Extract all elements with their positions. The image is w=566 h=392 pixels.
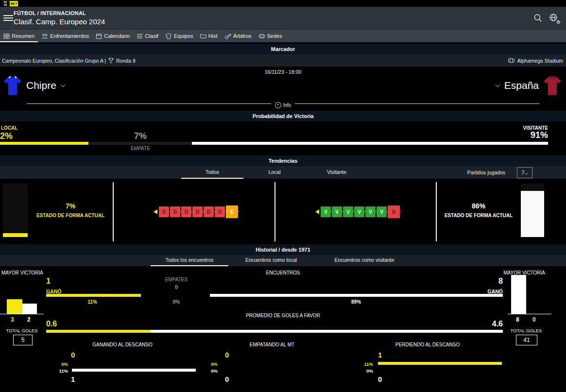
away-team-name: España <box>504 80 539 91</box>
whistle-icon <box>224 33 231 39</box>
info-expander[interactable]: + Info <box>271 102 295 108</box>
stadium-icon <box>508 57 515 64</box>
result-box: D <box>159 206 169 217</box>
home-won-bar <box>46 294 141 297</box>
tab-arbitros[interactable]: Árbitros <box>221 30 255 42</box>
people-icon <box>41 33 48 39</box>
away-team-selector[interactable]: España <box>496 74 561 97</box>
divider <box>274 182 275 241</box>
away-jersey-icon <box>544 74 561 97</box>
match-area: 16/11/23 - 18:00 Chipre España + Info <box>0 67 566 111</box>
calendar-icon <box>96 33 102 39</box>
home-total-goals-label: TOTAL GOLES <box>0 328 44 333</box>
visitor-percent: 91% <box>531 130 548 140</box>
away-won-percent: 89% <box>322 299 390 305</box>
avg-away-bar <box>151 330 503 333</box>
result-box: V <box>321 206 331 217</box>
avg-home-bar <box>46 330 151 333</box>
grid-icon <box>3 33 10 39</box>
search-icon[interactable] <box>533 13 543 23</box>
local-percent: 2% <box>0 131 13 141</box>
home-results-strip: D D D D D D E <box>154 205 239 218</box>
tab-todos-encuentros[interactable]: Todos los encuentros <box>151 255 228 266</box>
result-box: D <box>215 206 225 217</box>
home-best-goals-for-bar <box>7 299 22 314</box>
divider <box>113 182 114 241</box>
tab-local[interactable]: Local <box>243 166 306 179</box>
tab-hist[interactable]: Hist <box>197 30 221 42</box>
historial-stats: MAYOR VICTORIA MAYOR VICTORIA ENCUENTROS… <box>0 266 566 392</box>
away-best-goals-for-bar <box>511 275 526 314</box>
competition-label: Campeonato Europeo, Clasificación Grupo … <box>2 58 106 64</box>
home-total-goals-value: 5 <box>13 335 33 345</box>
away-results-strip: V V V V V V D <box>315 205 401 218</box>
tab-todos[interactable]: Todos <box>181 166 243 179</box>
away-won-value: 8 <box>454 277 503 286</box>
chevron-down-icon <box>60 83 65 87</box>
tab-encuentros-local[interactable]: Encuentros como local <box>232 255 310 266</box>
plus-icon: + <box>275 102 281 108</box>
breadcrumb: FÚTBOL / INTERNACIONAL <box>14 10 86 16</box>
arrow-left-icon <box>315 209 319 214</box>
tab-clasif[interactable]: Clasif <box>133 30 162 42</box>
home-best-goals-against-bar <box>22 304 37 314</box>
halftime-col-losing: PERDIENDO AL DESCANSO 1 11% 0% 0 <box>350 340 505 392</box>
language-settings-icon[interactable]: ⚙ <box>549 13 559 23</box>
tab-visitante[interactable]: Visitante <box>306 166 368 179</box>
home-jersey-icon <box>4 74 21 97</box>
draws-label: EMPATES <box>142 277 210 282</box>
bet-logo[interactable]: BET <box>10 1 18 6</box>
probability-band-title: Probabilidad de Victoria <box>0 111 566 121</box>
tab-equipos[interactable]: Equipos <box>162 30 197 42</box>
home-won-percent: 11% <box>58 299 126 305</box>
away-form-gauge <box>521 184 544 237</box>
home-form-label: ESTADO DE FORMA ACTUAL <box>29 213 112 218</box>
halftime-home-bar <box>378 362 502 365</box>
gear-icon: ⚙ <box>556 20 561 25</box>
historial-tabs: Todos los encuentros Encuentros como loc… <box>0 255 566 266</box>
probability-section: LOCAL 2% 7% EMPATE VISITANTE 91% <box>0 121 566 155</box>
draws-percent: 0% <box>142 299 210 305</box>
tab-enfrentamientos[interactable]: Enfrentamientos <box>38 30 92 42</box>
result-box: D <box>170 206 180 217</box>
result-box-latest: E <box>226 205 238 218</box>
tab-resumen[interactable]: Resumen <box>0 30 38 42</box>
stadium-icon <box>258 33 265 39</box>
result-box: V <box>377 206 387 217</box>
match-datetime: 16/11/23 - 18:00 <box>0 69 566 75</box>
jersey-icon <box>165 33 172 39</box>
round-label: Ronda 9 <box>116 58 136 64</box>
tendencias-tabs: Todos Local Visitante Partidos jugados 7 <box>0 166 566 179</box>
avg-home-value: 0.6 <box>46 320 57 328</box>
local-label: LOCAL <box>1 125 17 131</box>
away-form-percent: 86% <box>437 202 520 210</box>
dazn-bet-app: DA ZN BET FÚTBOL / INTERNACIONAL Clasif.… <box>0 0 566 392</box>
home-won-value: 1 <box>46 277 51 286</box>
result-box: V <box>365 206 376 217</box>
local-probability-bar <box>0 142 88 145</box>
home-team-selector[interactable]: Chipre <box>4 74 65 97</box>
tab-sedes[interactable]: Sedes <box>255 30 286 42</box>
halftime-away-bar <box>72 369 196 372</box>
tab-encuentros-visitante[interactable]: Encuentros como visitante <box>323 255 406 266</box>
draw-percent: 7% <box>106 131 174 141</box>
result-box: V <box>354 206 364 217</box>
away-total-goals-value: 41 <box>516 335 537 345</box>
nav-tabs: Resumen Enfrentamientos Calendario Clasi… <box>0 29 566 42</box>
halftime-col-winning: GANANDO AL DESCANSO 0 0% 11% 1 <box>45 340 200 392</box>
form-section: 7% ESTADO DE FORMA ACTUAL D D D D D D E … <box>0 179 566 243</box>
menu-icon[interactable] <box>3 15 13 21</box>
result-box: V <box>332 206 342 217</box>
draws-value: 0 <box>142 284 210 290</box>
tendencias-band-title: Tendencias <box>0 155 566 166</box>
home-team-name: Chipre <box>26 80 56 91</box>
tab-calendario[interactable]: Calendario <box>92 30 133 42</box>
trophy-icon <box>108 57 114 64</box>
dazn-logo[interactable]: DA ZN <box>1 0 9 7</box>
result-box: D <box>192 206 203 217</box>
arrow-left-icon <box>154 209 157 214</box>
marcador-band-title: Marcador <box>0 44 566 54</box>
home-form-gauge <box>3 184 28 237</box>
result-box: D <box>181 206 191 217</box>
matches-played-dropdown[interactable]: 7 <box>517 167 532 178</box>
